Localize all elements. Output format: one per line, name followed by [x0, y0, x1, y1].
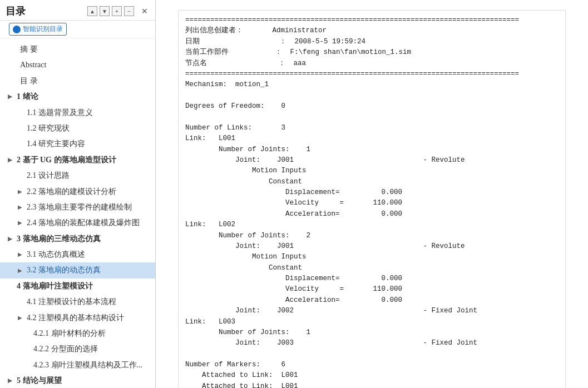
sidebar: 目录 ▲ ▼ + − ✕ 智能识别目录 摘 要Abstract目 录▶1 绪论1…: [0, 0, 156, 388]
sidebar-item-label: 4.2 注塑模具的基本结构设计: [27, 312, 124, 324]
sidebar-item-label: 3.2 落地扇的动态仿真: [27, 264, 101, 276]
sidebar-btn-down[interactable]: ▼: [100, 6, 110, 16]
expand-arrow-icon: ▶: [18, 250, 24, 259]
sidebar-item-ch1-1[interactable]: 1.1 选题背景及意义: [0, 105, 155, 121]
sidebar-item-ch1-4[interactable]: 1.4 研究主要内容: [0, 136, 155, 152]
sidebar-item-ch4-1[interactable]: 4.1 注塑模设计的基本流程: [0, 294, 155, 310]
sidebar-item-label: 1 绪论: [17, 91, 38, 103]
sidebar-item-label: 目 录: [20, 75, 38, 87]
sidebar-item-label: Abstract: [20, 59, 46, 71]
smart-icon: [13, 26, 21, 33]
sidebar-item-ch2-2[interactable]: ▶2.2 落地扇的建模设计分析: [0, 184, 155, 200]
sidebar-item-label: 4.1 注塑模设计的基本流程: [27, 296, 116, 308]
sidebar-item-ch3[interactable]: ▶3 落地扇的三维动态仿真: [0, 231, 155, 247]
code-block: ========================================…: [178, 10, 566, 388]
sidebar-item-label: 2.4 落地扇的装配体建模及爆炸图: [27, 217, 140, 229]
sidebar-item-ch2-1[interactable]: 2.1 设计思路: [0, 168, 155, 183]
expand-arrow-icon: ▶: [8, 156, 14, 165]
sidebar-item-label: 4.2.1 扇叶材料的分析: [33, 327, 106, 340]
expand-arrow-icon: ▶: [18, 218, 24, 227]
sidebar-item-label: 2.2 落地扇的建模设计分析: [27, 186, 116, 198]
expand-arrow-icon: ▶: [18, 203, 24, 212]
content-area[interactable]: ========================================…: [156, 0, 588, 388]
sidebar-item-ch4-2-1[interactable]: 4.2.1 扇叶材料的分析: [0, 326, 155, 341]
sidebar-item-abstract-cn[interactable]: 摘 要: [0, 42, 155, 57]
sidebar-btn-collapse[interactable]: −: [124, 6, 134, 16]
sidebar-btn-up[interactable]: ▲: [87, 6, 97, 16]
sidebar-item-abstract-en[interactable]: Abstract: [0, 57, 155, 73]
main-content: ========================================…: [156, 0, 588, 388]
sidebar-item-label: 摘 要: [20, 43, 38, 56]
sidebar-item-toc[interactable]: 目 录: [0, 73, 155, 89]
sidebar-item-label: 2.3 落地扇主要零件的建模绘制: [27, 201, 132, 213]
expand-arrow-icon: ▶: [18, 187, 24, 196]
expand-arrow-icon: ▶: [8, 235, 14, 243]
sidebar-item-label: 2.1 设计思路: [27, 170, 70, 182]
sidebar-item-ch4-2[interactable]: ▶4.2 注塑模具的基本结构设计: [0, 310, 155, 326]
sidebar-item-label: 4 落地扇叶注塑模设计: [17, 280, 93, 292]
sidebar-title: 目录: [6, 4, 26, 18]
sidebar-item-ch2-3[interactable]: ▶2.3 落地扇主要零件的建模绘制: [0, 200, 155, 215]
sidebar-item-ch5[interactable]: ▶5 结论与展望: [0, 373, 155, 388]
sidebar-item-label: 1.4 研究主要内容: [27, 138, 85, 150]
expand-arrow-icon: ▶: [8, 92, 14, 101]
expand-arrow-icon: ▶: [18, 314, 24, 322]
sidebar-close-button[interactable]: ✕: [140, 6, 150, 16]
smart-btn-label: 智能识别目录: [23, 24, 63, 34]
sidebar-item-label: 1.1 选题背景及意义: [27, 107, 93, 119]
expand-arrow-icon: ▶: [8, 376, 14, 385]
smart-recognize-button[interactable]: 智能识别目录: [9, 23, 67, 36]
sidebar-item-ch3-1[interactable]: ▶3.1 动态仿真概述: [0, 247, 155, 262]
sidebar-item-ch4-2-2[interactable]: 4.2.2 分型面的选择: [0, 341, 155, 357]
sidebar-item-label: 2 基于 UG 的落地扇造型设计: [17, 154, 116, 166]
sidebar-item-ch3-2[interactable]: ▶3.2 落地扇的动态仿真: [0, 262, 155, 278]
sidebar-item-label: 3 落地扇的三维动态仿真: [17, 233, 101, 245]
expand-arrow-icon: ▶: [18, 266, 24, 275]
sidebar-item-label: 4.2.2 分型面的选择: [33, 343, 98, 355]
sidebar-nav: 摘 要Abstract目 录▶1 绪论1.1 选题背景及意义1.2 研究现状1.…: [0, 38, 155, 388]
sidebar-btn-expand[interactable]: +: [112, 6, 122, 16]
sidebar-item-ch1[interactable]: ▶1 绪论: [0, 89, 155, 105]
sidebar-item-ch2-4[interactable]: ▶2.4 落地扇的装配体建模及爆炸图: [0, 215, 155, 231]
sidebar-item-label: 4.2.3 扇叶注塑模具结构及工作...: [33, 359, 142, 371]
sidebar-item-ch4-2-3[interactable]: 4.2.3 扇叶注塑模具结构及工作...: [0, 357, 155, 373]
sidebar-header: 目录 ▲ ▼ + − ✕: [0, 0, 155, 21]
sidebar-item-label: 5 结论与展望: [17, 375, 62, 387]
sidebar-item-ch1-2[interactable]: 1.2 研究现状: [0, 121, 155, 136]
document-page: ========================================…: [156, 0, 588, 388]
sidebar-item-ch2[interactable]: ▶2 基于 UG 的落地扇造型设计: [0, 152, 155, 168]
sidebar-item-ch4[interactable]: 4 落地扇叶注塑模设计: [0, 278, 155, 294]
sidebar-item-label: 3.1 动态仿真概述: [27, 248, 85, 261]
sidebar-item-label: 1.2 研究现状: [27, 122, 70, 135]
sidebar-controls: ▲ ▼ + − ✕: [87, 6, 150, 16]
